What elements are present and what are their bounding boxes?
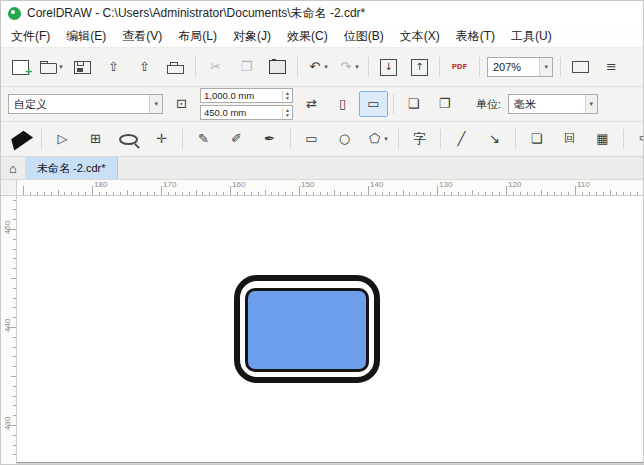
- menu-bitmaps[interactable]: 位图(B): [336, 25, 392, 48]
- portrait-button[interactable]: ▯: [328, 91, 357, 117]
- new-document-button[interactable]: [6, 54, 35, 80]
- page-dimensions-icon-icon: ⊡: [174, 96, 189, 112]
- artistic-media-icon: ✐: [229, 131, 244, 147]
- publish-pdf-icon: PDF: [452, 59, 468, 75]
- units-label: 单位:: [476, 97, 501, 112]
- menu-edit[interactable]: 编辑(E): [58, 25, 114, 48]
- shape-icon: ▷: [55, 131, 70, 147]
- export-button[interactable]: ↑: [405, 54, 434, 80]
- standard-toolbar: ▾⇧⇧✂❐↶▾↷▾↓↑PDF207%▾≡: [1, 48, 643, 87]
- property-bar: 自定义▾⊡1,000.0 mm▲▼450.0 mm▲▼⇄▯▭❏❐单位:毫米▾: [1, 87, 643, 122]
- eyedropper-tool[interactable]: ✑: [629, 126, 643, 152]
- units-select[interactable]: 毫米▾: [508, 94, 598, 114]
- open-from-cloud-icon: ⇧: [106, 59, 121, 75]
- menu-layout[interactable]: 布局(L): [170, 25, 225, 48]
- cut-button: ✂: [201, 54, 230, 80]
- separator: [182, 129, 183, 149]
- apply-all-pages-icon: ❏: [406, 96, 421, 112]
- separator: [41, 129, 42, 149]
- artistic-media-tool[interactable]: ✐: [221, 126, 252, 152]
- ruler-origin-corner[interactable]: [1, 180, 17, 195]
- fullscreen-preview-button[interactable]: [566, 54, 595, 80]
- freehand-tool[interactable]: ✎: [188, 126, 219, 152]
- spinner-arrows-icon[interactable]: ▲▼: [282, 108, 292, 118]
- swap-dimensions-button[interactable]: ⇄: [297, 91, 326, 117]
- menu-table[interactable]: 表格(T): [448, 25, 503, 48]
- chevron-down-icon[interactable]: ▾: [384, 135, 388, 143]
- undo-icon: ↶: [307, 59, 322, 75]
- inner-blue-rectangle[interactable]: [245, 288, 369, 372]
- import-button[interactable]: ↓: [374, 54, 403, 80]
- copy-icon: ❐: [239, 59, 254, 75]
- drop-shadow-icon: ❏: [529, 131, 544, 147]
- polygon-icon: ⬠: [367, 131, 382, 147]
- separator: [560, 57, 561, 77]
- shape-tool[interactable]: ▷: [47, 126, 78, 152]
- pick-icon: [8, 128, 33, 150]
- pen-tool[interactable]: ✒: [254, 126, 285, 152]
- ellipse-tool[interactable]: ○: [329, 126, 360, 152]
- menu-effects[interactable]: 效果(C): [279, 25, 336, 48]
- undo-button[interactable]: ↶▾: [303, 54, 332, 80]
- rectangle-tool[interactable]: ▭: [296, 126, 327, 152]
- save-to-cloud-icon: ⇧: [137, 59, 152, 75]
- separator: [398, 129, 399, 149]
- app-window: CorelDRAW - C:\Users\Administrator\Docum…: [0, 0, 644, 465]
- titlebar: CorelDRAW - C:\Users\Administrator\Docum…: [1, 1, 643, 25]
- contour-icon: 回: [562, 131, 577, 147]
- chevron-down-icon[interactable]: ▾: [59, 63, 63, 71]
- canvas[interactable]: [17, 196, 643, 465]
- window-title: CorelDRAW - C:\Users\Administrator\Docum…: [27, 5, 365, 22]
- zoom-tool[interactable]: [113, 126, 144, 152]
- apply-all-pages-button[interactable]: ❏: [399, 91, 428, 117]
- freehand-icon: ✎: [196, 131, 211, 147]
- text-tool[interactable]: 字: [404, 126, 435, 152]
- separator: [479, 57, 480, 77]
- menu-tools[interactable]: 工具(U): [503, 25, 560, 48]
- drop-shadow-tool[interactable]: ❏: [521, 126, 552, 152]
- zoom-icon: [119, 134, 138, 145]
- pan-tool[interactable]: ✛: [146, 126, 177, 152]
- transparency-tool[interactable]: ▦: [587, 126, 618, 152]
- save-button[interactable]: [68, 54, 97, 80]
- menu-object[interactable]: 对象(J): [225, 25, 279, 48]
- zoom-level-select[interactable]: 207%▾: [487, 57, 553, 77]
- apply-current-page-button[interactable]: ❐: [430, 91, 459, 117]
- menu-text[interactable]: 文本(X): [392, 25, 448, 48]
- open-from-cloud-button[interactable]: ⇧: [99, 54, 128, 80]
- page-dimensions-icon-button[interactable]: ⊡: [167, 91, 196, 117]
- contour-tool[interactable]: 回: [554, 126, 585, 152]
- page-size-preset-select[interactable]: 自定义▾: [8, 94, 163, 114]
- menu-view[interactable]: 查看(V): [114, 25, 170, 48]
- page-width-input[interactable]: 1,000.0 mm▲▼: [200, 88, 293, 103]
- chevron-down-icon[interactable]: ▾: [324, 63, 328, 71]
- rounded-rectangle-shape[interactable]: [234, 275, 380, 383]
- connector-tool[interactable]: ↘: [479, 126, 510, 152]
- print-button[interactable]: [161, 54, 190, 80]
- toolbox: ▷⊞✛✎✐✒▭○⬠▾字╱↘❏回▦✑◩◆◇◧: [1, 122, 643, 157]
- pan-icon: ✛: [154, 131, 169, 147]
- landscape-button[interactable]: ▭: [359, 91, 388, 117]
- copy-button: ❐: [232, 54, 261, 80]
- separator: [623, 129, 624, 149]
- menu-file[interactable]: 文件(F): [3, 25, 58, 48]
- chevron-down-icon[interactable]: ▾: [355, 63, 359, 71]
- toolbar-options-button[interactable]: ≡: [597, 54, 626, 80]
- spinner-arrows-icon[interactable]: ▲▼: [282, 91, 292, 101]
- chevron-down-icon: ▾: [539, 58, 552, 76]
- polygon-tool[interactable]: ⬠▾: [362, 126, 393, 152]
- v-ruler[interactable]: 450440430: [1, 196, 17, 465]
- h-ruler[interactable]: 180170160150140130120110: [17, 180, 643, 195]
- line-tool[interactable]: ╱: [446, 126, 477, 152]
- crop-tool[interactable]: ⊞: [80, 126, 111, 152]
- page-height-input[interactable]: 450.0 mm▲▼: [200, 105, 293, 120]
- portrait-icon: ▯: [335, 96, 350, 112]
- save-to-cloud-button[interactable]: ⇧: [130, 54, 159, 80]
- pick-tool[interactable]: [5, 126, 36, 152]
- publish-pdf-button[interactable]: PDF: [445, 54, 474, 80]
- redo-button: ↷▾: [334, 54, 363, 80]
- document-tab[interactable]: 未命名 -2.cdr*: [25, 157, 118, 179]
- paste-button[interactable]: [263, 54, 292, 80]
- open-button[interactable]: ▾: [37, 54, 66, 80]
- home-icon[interactable]: ⌂: [1, 157, 25, 179]
